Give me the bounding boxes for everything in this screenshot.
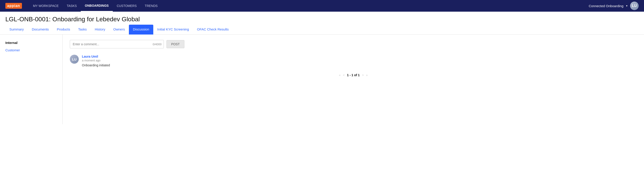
pagination-first[interactable]: « [339,73,341,77]
left-sidebar: Internal Customer [0,35,63,124]
page-header: LGL-ONB-0001: Onboarding for Lebedev Glo… [0,12,644,23]
pagination-last[interactable]: » [366,73,368,77]
nav-item-my-workspace[interactable]: MY WORKSPACE [29,0,63,12]
nav-item-customers[interactable]: CUSTOMERS [113,0,141,12]
tab-history[interactable]: History [91,25,110,35]
tab-documents[interactable]: Documents [28,25,53,35]
tabs-bar: Summary Documents Products Tasks History… [0,25,644,35]
char-count: 0/4000 [152,43,162,46]
comment-entry: LU Laura Umil a moment ago Onboarding in… [70,55,637,67]
tab-tasks[interactable]: Tasks [74,25,91,35]
pagination-prev[interactable]: < [343,73,344,77]
comment-body: Laura Umil a moment ago Onboarding initi… [82,55,110,67]
sidebar-section-internal: Internal [5,41,57,45]
app-dropdown-icon[interactable]: ▾ [626,4,628,8]
pagination-next[interactable]: > [362,73,364,77]
comment-input-wrapper: 0/4000 [70,40,164,48]
nav-item-onboardings[interactable]: ONBOARDINGS [81,0,113,12]
tab-ofac-check-results[interactable]: OFAC Check Results [193,25,233,35]
comment-time: a moment ago [82,59,110,62]
comment-author-avatar: LU [70,55,79,64]
comment-input[interactable] [70,40,164,48]
pagination-range: 1 - 1 of 1 [347,73,360,77]
nav-items: MY WORKSPACE TASKS ONBOARDINGS CUSTOMERS… [29,0,589,12]
post-button[interactable]: POST [166,40,184,48]
content-area: Internal Customer 0/4000 POST LU Laura U… [0,35,644,124]
tab-owners[interactable]: Owners [109,25,129,35]
app-logo[interactable]: appian [5,3,22,9]
sidebar-link-customer[interactable]: Customer [5,48,20,52]
nav-item-trends[interactable]: TRENDS [141,0,162,12]
pagination-row: « < 1 - 1 of 1 > » [70,73,637,77]
nav-item-tasks[interactable]: TASKS [63,0,81,12]
comment-text: Onboarding initiated [82,63,110,67]
tab-initial-kyc-screening[interactable]: Initial KYC Screening [153,25,193,35]
user-avatar[interactable]: LU [630,2,639,10]
discussion-area: 0/4000 POST LU Laura Umil a moment ago O… [63,35,644,124]
tab-discussion[interactable]: Discussion [129,25,153,35]
tab-summary[interactable]: Summary [5,25,28,35]
app-label[interactable]: Connected Onboarding [589,4,624,8]
comment-input-row: 0/4000 POST [70,40,637,48]
comment-author-name[interactable]: Laura Umil [82,55,110,58]
appian-logo-text: appian [5,3,22,9]
nav-right: Connected Onboarding ▾ LU [589,2,639,10]
tab-products[interactable]: Products [53,25,74,35]
top-navigation: appian MY WORKSPACE TASKS ONBOARDINGS CU… [0,0,644,12]
page-title: LGL-ONB-0001: Onboarding for Lebedev Glo… [5,16,639,23]
